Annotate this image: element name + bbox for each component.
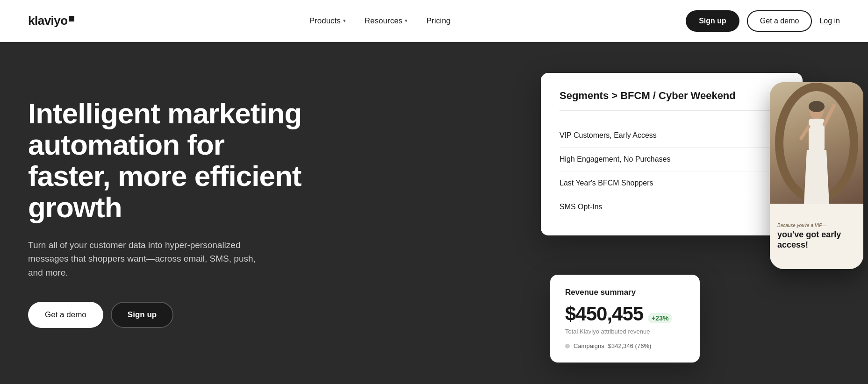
nav-actions: Sign up Get a demo Log in	[686, 10, 840, 32]
campaigns-label: Campaigns	[574, 342, 604, 349]
revenue-number: $450,455	[565, 303, 643, 325]
phone-vip-label: Because you're a VIP—	[777, 223, 856, 228]
nav-item-resources[interactable]: Resources ▾	[365, 16, 408, 26]
segment-item-2: High Engagement, No Purchases	[560, 148, 784, 171]
hero-signup-button[interactable]: Sign up	[111, 302, 173, 328]
campaigns-value: $342,346 (76%)	[608, 342, 652, 349]
segment-item-4: SMS Opt-Ins	[560, 195, 784, 219]
products-chevron-icon: ▾	[343, 18, 346, 24]
revenue-sublabel: Total Klaviyo attributed revenue	[565, 328, 685, 335]
get-demo-button[interactable]: Get a demo	[747, 10, 812, 32]
segment-item-1: VIP Customers, Early Access	[560, 124, 784, 148]
resources-chevron-icon: ▾	[405, 18, 408, 24]
revenue-card: Revenue summary $450,455 +23% Total Klav…	[550, 275, 700, 363]
campaigns-dot-icon	[565, 344, 570, 348]
signup-button[interactable]: Sign up	[686, 10, 739, 32]
svg-line-5	[801, 127, 809, 138]
products-label: Products	[309, 16, 341, 26]
segment-item-3: Last Year's BFCM Shoppers	[560, 171, 784, 195]
hero-headline: Intelligent marketing automation for fas…	[28, 98, 308, 223]
phone-headline: you've got early access!	[777, 230, 856, 250]
svg-line-4	[825, 106, 834, 124]
hero-subtext: Turn all of your customer data into hype…	[28, 238, 271, 279]
phone-text-area: Because you're a VIP— you've got early a…	[770, 204, 863, 269]
phone-image-area	[770, 82, 863, 204]
logo[interactable]: klaviyo	[28, 14, 74, 28]
logo-text: klaviyo	[28, 14, 68, 28]
phone-inner: Because you're a VIP— you've got early a…	[770, 82, 863, 269]
segments-card: Segments > BFCM / Cyber Weekend VIP Cust…	[541, 73, 803, 235]
hero-section: Intelligent marketing automation for fas…	[0, 42, 868, 384]
phone-mockup: Because you're a VIP— you've got early a…	[770, 82, 863, 269]
resources-label: Resources	[365, 16, 402, 26]
pricing-label: Pricing	[426, 16, 451, 26]
hero-right-visuals: Segments > BFCM / Cyber Weekend VIP Cust…	[541, 64, 868, 363]
nav-item-products[interactable]: Products ▾	[309, 16, 346, 26]
revenue-growth-badge: +23%	[648, 313, 672, 323]
logo-square-icon	[69, 16, 74, 21]
navbar: klaviyo Products ▾ Resources ▾ Pricing S…	[0, 0, 868, 42]
revenue-campaigns-row: Campaigns $342,346 (76%)	[565, 342, 685, 349]
segments-card-title: Segments > BFCM / Cyber Weekend	[560, 90, 784, 111]
nav-item-pricing[interactable]: Pricing	[426, 16, 451, 26]
svg-marker-6	[804, 150, 829, 204]
login-button[interactable]: Log in	[819, 17, 840, 25]
svg-rect-3	[809, 119, 825, 151]
revenue-card-title: Revenue summary	[565, 288, 685, 297]
woman-figure-icon	[796, 101, 838, 204]
nav-links: Products ▾ Resources ▾ Pricing	[309, 16, 451, 26]
hero-buttons: Get a demo Sign up	[28, 302, 308, 328]
hero-get-demo-button[interactable]: Get a demo	[28, 302, 103, 328]
svg-point-2	[809, 101, 825, 112]
hero-left-content: Intelligent marketing automation for fas…	[28, 98, 308, 328]
revenue-amount-row: $450,455 +23%	[565, 303, 685, 325]
